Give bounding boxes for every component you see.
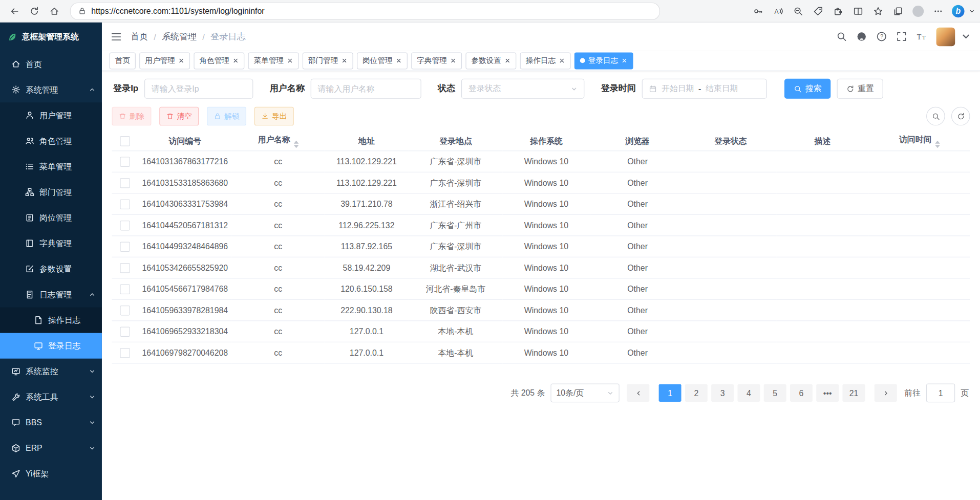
- chevron-down-icon[interactable]: [961, 31, 971, 42]
- sort-caret-icon[interactable]: [293, 141, 299, 148]
- tab-close-icon[interactable]: [450, 57, 456, 63]
- tab-close-icon[interactable]: [559, 57, 565, 63]
- date-start-placeholder[interactable]: 开始日期: [662, 83, 694, 94]
- tab[interactable]: 菜单管理: [248, 52, 299, 69]
- sidebar-item-param-settings[interactable]: 参数设置: [0, 256, 102, 281]
- page-button[interactable]: •••: [816, 384, 839, 402]
- col-access-time[interactable]: 访问时间: [869, 132, 970, 151]
- date-range-picker[interactable]: 开始日期 - 结束日期: [642, 79, 767, 99]
- row-checkbox[interactable]: [120, 221, 130, 231]
- tab[interactable]: 登录日志: [574, 52, 633, 69]
- sidebar-item-erp[interactable]: ERP: [0, 436, 102, 461]
- login-ip-input[interactable]: [145, 79, 253, 98]
- extensions-icon[interactable]: [829, 2, 848, 19]
- sidebar-item-dict-mgmt[interactable]: 字典管理: [0, 230, 102, 256]
- bing-icon[interactable]: b: [949, 2, 968, 19]
- back-icon[interactable]: [5, 2, 24, 19]
- page-button[interactable]: 21: [843, 384, 865, 402]
- read-aloud-icon[interactable]: A: [769, 2, 787, 19]
- fullscreen-icon[interactable]: [896, 31, 907, 42]
- export-button[interactable]: 导出: [254, 107, 294, 126]
- row-checkbox[interactable]: [120, 199, 130, 209]
- tab[interactable]: 操作日志: [520, 52, 571, 69]
- show-search-button[interactable]: [926, 107, 945, 126]
- sidebar-item-yi-framework[interactable]: Yi框架: [0, 461, 102, 487]
- sidebar-item-user-mgmt[interactable]: 用户管理: [0, 102, 102, 128]
- tab[interactable]: 字典管理: [411, 52, 462, 69]
- next-page-button[interactable]: [875, 384, 897, 402]
- tab-close-icon[interactable]: [621, 57, 627, 63]
- select-all-checkbox[interactable]: [120, 136, 130, 146]
- sidebar-item-log-mgmt[interactable]: 日志管理: [0, 282, 102, 308]
- tab-close-icon[interactable]: [232, 57, 239, 63]
- sort-caret-icon[interactable]: [935, 141, 940, 148]
- col-username[interactable]: 用户名称: [232, 132, 325, 151]
- refresh-table-button[interactable]: [951, 107, 970, 126]
- sidebar-item-dept-mgmt[interactable]: 部门管理: [0, 179, 102, 205]
- app-logo[interactable]: 意框架管理系统: [0, 23, 102, 51]
- sidebar-item-bbs[interactable]: BBS: [0, 410, 102, 436]
- search-icon[interactable]: [836, 31, 847, 42]
- search-button[interactable]: 搜索: [785, 79, 831, 99]
- browser-profile-icon[interactable]: [909, 2, 928, 19]
- page-button[interactable]: 6: [790, 384, 813, 402]
- tab-close-icon[interactable]: [504, 57, 510, 63]
- tab[interactable]: 角色管理: [194, 52, 244, 69]
- refresh-icon[interactable]: [25, 2, 44, 19]
- shopping-icon[interactable]: [809, 2, 828, 19]
- font-size-icon[interactable]: TT: [917, 31, 927, 42]
- row-checkbox[interactable]: [120, 348, 130, 358]
- tab-close-icon[interactable]: [342, 57, 348, 63]
- chevron-down-icon[interactable]: [969, 8, 975, 14]
- user-avatar[interactable]: [936, 27, 955, 46]
- tab[interactable]: 参数设置: [465, 52, 516, 69]
- row-checkbox[interactable]: [120, 284, 130, 294]
- breadcrumb-home[interactable]: 首页: [131, 31, 148, 42]
- home-icon[interactable]: [45, 2, 64, 19]
- reset-button[interactable]: 重置: [837, 79, 883, 99]
- prev-page-button[interactable]: [627, 384, 649, 402]
- status-select[interactable]: 登录状态: [461, 79, 584, 99]
- page-button[interactable]: 4: [737, 384, 760, 402]
- tab-close-icon[interactable]: [178, 57, 184, 63]
- sidebar-item-system[interactable]: 系统管理: [0, 77, 102, 102]
- row-checkbox[interactable]: [120, 306, 130, 316]
- help-icon[interactable]: ?: [876, 31, 887, 42]
- page-button[interactable]: 5: [764, 384, 786, 402]
- row-checkbox[interactable]: [120, 327, 130, 337]
- collections-icon[interactable]: [889, 2, 908, 19]
- favorites-icon[interactable]: [869, 2, 888, 19]
- sidebar-item-home[interactable]: 首页: [0, 51, 102, 77]
- site-info-icon[interactable]: [78, 7, 87, 15]
- tab[interactable]: 岗位管理: [357, 52, 408, 69]
- password-key-icon[interactable]: [749, 2, 768, 19]
- sidebar-item-role-mgmt[interactable]: 角色管理: [0, 128, 102, 154]
- page-size-select[interactable]: 10条/页: [550, 384, 619, 403]
- sidebar-toggle[interactable]: [111, 31, 122, 42]
- tab[interactable]: 用户管理: [139, 52, 190, 69]
- unlock-button[interactable]: 解锁: [207, 107, 246, 126]
- tab-close-icon[interactable]: [287, 57, 293, 63]
- more-icon[interactable]: [929, 2, 948, 19]
- row-checkbox[interactable]: [120, 242, 130, 252]
- page-button[interactable]: 3: [711, 384, 734, 402]
- split-screen-icon[interactable]: [849, 2, 868, 19]
- tab-close-icon[interactable]: [396, 57, 402, 63]
- delete-button[interactable]: 删除: [112, 107, 152, 126]
- date-end-placeholder[interactable]: 结束日期: [706, 83, 738, 94]
- github-icon[interactable]: [856, 31, 867, 42]
- sidebar-item-menu-mgmt[interactable]: 菜单管理: [0, 154, 102, 179]
- sidebar-item-post-mgmt[interactable]: 岗位管理: [0, 205, 102, 230]
- zoom-icon[interactable]: [789, 2, 808, 19]
- row-checkbox[interactable]: [120, 178, 130, 188]
- tab[interactable]: 首页: [110, 52, 136, 69]
- sidebar-item-oper-log[interactable]: 操作日志: [0, 308, 102, 333]
- page-button[interactable]: 1: [659, 384, 681, 402]
- page-button[interactable]: 2: [685, 384, 708, 402]
- tab[interactable]: 部门管理: [303, 52, 353, 69]
- breadcrumb-system[interactable]: 系统管理: [162, 31, 197, 42]
- sidebar-item-login-log[interactable]: 登录日志: [0, 333, 102, 359]
- row-checkbox[interactable]: [120, 263, 130, 273]
- sidebar-item-tools[interactable]: 系统工具: [0, 384, 102, 410]
- sidebar-item-monitor[interactable]: 系统监控: [0, 359, 102, 384]
